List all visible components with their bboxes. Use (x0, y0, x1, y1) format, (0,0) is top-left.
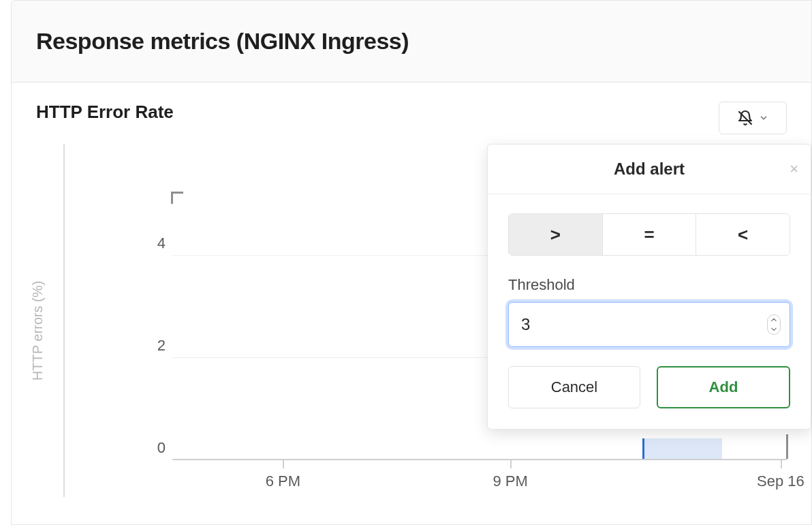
operator-greater-than-button[interactable]: > (509, 214, 602, 255)
operator-equals-button[interactable]: = (602, 214, 696, 255)
selection-band-edge (642, 438, 644, 459)
cancel-button[interactable]: Cancel (508, 366, 640, 408)
y-tick-label: 4 (152, 235, 166, 252)
x-axis-line (172, 459, 787, 460)
y-axis-label: HTTP errors (%) (30, 281, 46, 380)
x-tick (510, 460, 512, 468)
operator-less-than-button[interactable]: < (696, 214, 790, 255)
chevron-down-icon (759, 113, 768, 123)
quantity-stepper[interactable] (767, 314, 781, 335)
popover-header: Add alert × (488, 145, 811, 194)
add-button[interactable]: Add (657, 366, 790, 408)
y-tick-label: 0 (152, 439, 166, 457)
threshold-label: Threshold (508, 276, 790, 294)
add-alert-popover: Add alert × > = < Threshold (487, 144, 811, 430)
panel-body: HTTP Error Rate HTTP errors (%) (12, 82, 811, 518)
threshold-field-wrap (508, 302, 790, 347)
operator-button-group: > = < (508, 213, 790, 256)
metrics-panel: Response metrics (NGINX Ingress) HTTP Er… (11, 0, 812, 525)
x-tick-label: 9 PM (493, 472, 527, 490)
popover-title: Add alert (614, 160, 685, 178)
x-tick (781, 460, 782, 468)
chart-options-dropdown[interactable] (719, 102, 787, 134)
x-tick-label: Sep 16 (757, 472, 805, 490)
close-icon[interactable]: × (790, 162, 798, 177)
threshold-input[interactable] (508, 302, 790, 347)
chart-title: HTTP Error Rate (36, 102, 787, 123)
stepper-up-icon[interactable] (768, 315, 780, 325)
selection-band (642, 438, 722, 459)
y-axis-rule (63, 144, 65, 497)
popover-body: > = < Threshold (488, 194, 811, 429)
alert-bell-off-icon (737, 110, 753, 126)
top-left-corner-mark (171, 192, 183, 204)
x-tick (283, 460, 284, 468)
popover-actions: Cancel Add (508, 366, 790, 408)
stepper-down-icon[interactable] (768, 325, 780, 334)
right-edge-mark (786, 434, 788, 459)
y-tick-label: 2 (152, 337, 166, 355)
x-tick-label: 6 PM (266, 472, 300, 490)
panel-title: Response metrics (NGINX Ingress) (36, 28, 787, 55)
panel-header: Response metrics (NGINX Ingress) (12, 1, 811, 82)
